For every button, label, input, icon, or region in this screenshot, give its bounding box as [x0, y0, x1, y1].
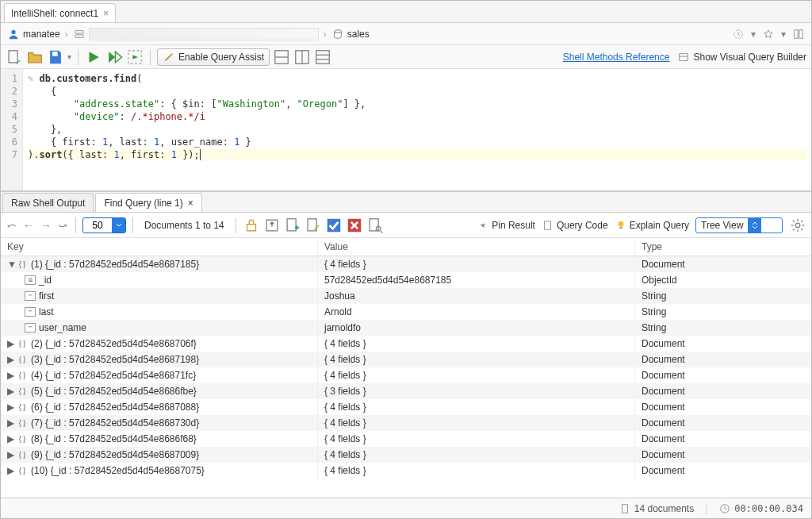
tree-field-row[interactable]: "" lastArnoldString	[1, 304, 811, 320]
row-type: Document	[635, 430, 811, 448]
triangle-right-icon[interactable]: ▶	[7, 354, 15, 365]
tab-find-label: Find Query (line 1)	[104, 198, 182, 209]
page-size-input[interactable]	[83, 220, 112, 231]
tree-doc-row[interactable]: ▶{ }(8) {_id : 57d28452ed5d4d54e8686f68}…	[1, 431, 811, 447]
tree-doc-row[interactable]: ▶{ }(7) {_id : 57d28452ed5d4d54e868730d}…	[1, 415, 811, 431]
enable-query-assist-button[interactable]: Enable Query Assist	[157, 48, 270, 66]
layout-1-icon[interactable]	[273, 48, 290, 66]
row-key: (4) {_id : 57d28452ed5d4d54e86871fc}	[31, 370, 196, 381]
add-doc-icon[interactable]	[284, 217, 301, 234]
save-icon[interactable]	[47, 48, 64, 66]
object-icon: { }	[17, 466, 28, 475]
svg-rect-24	[327, 218, 340, 232]
tab-raw-output[interactable]: Raw Shell Output	[2, 193, 94, 212]
triangle-right-icon[interactable]: ▶	[7, 386, 15, 397]
pin-result-button[interactable]: Pin Result	[477, 219, 535, 232]
row-type: Document	[635, 367, 811, 384]
breadcrumb-connection[interactable]	[89, 28, 319, 40]
lock-icon[interactable]	[243, 217, 260, 234]
tree-doc-row[interactable]: ▶{ }(2) {_id : 57d28452ed5d4d54e868706f}…	[1, 336, 811, 352]
triangle-down-icon[interactable]: ▼	[7, 259, 15, 270]
tree-field-row[interactable]: ⧉ _id57d28452ed5d4d54e8687185ObjectId	[1, 272, 811, 288]
row-key: _id	[39, 275, 52, 286]
prev-page-icon[interactable]: ←	[21, 219, 36, 232]
close-icon[interactable]: ×	[103, 8, 109, 19]
document-icon	[619, 502, 631, 515]
col-header-value[interactable]: Value	[318, 238, 635, 256]
chevron-down-icon[interactable]	[112, 218, 125, 233]
tree-field-row[interactable]: "" user_namejarnoldfoString	[1, 320, 811, 336]
tree-doc-row[interactable]: ▶{ }(5) {_id : 57d28452ed5d4d54e8686fbe}…	[1, 383, 811, 399]
triangle-right-icon[interactable]: ▶	[7, 402, 15, 413]
tree-doc-row[interactable]: ▼{ }(1) {_id : 57d28452ed5d4d54e8687185}…	[1, 256, 811, 272]
first-page-icon[interactable]: ⤺	[6, 219, 18, 232]
tree-doc-row[interactable]: ▶{ }(6) {_id : 57d28452ed5d4d54e8687088}…	[1, 399, 811, 415]
check-icon[interactable]	[325, 217, 343, 234]
export-icon[interactable]	[263, 217, 281, 234]
row-value: { 4 fields }	[318, 430, 635, 448]
triangle-right-icon[interactable]: ▶	[7, 433, 15, 444]
row-value: { 4 fields }	[318, 462, 635, 479]
results-tree[interactable]: ▼{ }(1) {_id : 57d28452ed5d4d54e8687185}…	[1, 256, 811, 498]
star-icon[interactable]	[762, 28, 775, 40]
row-value: { 4 fields }	[318, 398, 635, 416]
delete-icon[interactable]	[346, 217, 363, 234]
run-debug-icon[interactable]	[126, 48, 144, 66]
triangle-right-icon[interactable]: ▶	[7, 465, 15, 476]
triangle-right-icon[interactable]: ▶	[7, 338, 15, 349]
explain-query-button[interactable]: Explain Query	[615, 219, 689, 232]
svg-rect-26	[370, 218, 378, 230]
code-editor[interactable]: 1 2 3 4 5 6 7 ✎ db.customers.find( { "ad…	[1, 69, 811, 192]
search-doc-icon[interactable]	[366, 217, 384, 234]
next-page-icon[interactable]: →	[39, 219, 53, 232]
bulb-icon	[615, 219, 627, 232]
layout-3-icon[interactable]	[314, 48, 331, 66]
editor-tab[interactable]: IntelliShell: connect1 ×	[4, 3, 116, 22]
dropdown-icon[interactable]: ▾	[751, 29, 756, 40]
editor-toolbar: ▾ Enable Query Assist Shell Methods Refe…	[1, 45, 811, 69]
layout-2-icon[interactable]	[293, 48, 311, 66]
row-value: { 4 fields }	[318, 446, 635, 463]
col-header-key[interactable]: Key	[1, 238, 318, 256]
query-code-button[interactable]: Query Code	[542, 219, 608, 232]
close-icon[interactable]: ×	[188, 198, 193, 209]
split-icon[interactable]	[792, 28, 805, 40]
last-page-icon[interactable]: ⤻	[56, 219, 69, 232]
row-type: Document	[635, 335, 811, 352]
open-folder-icon[interactable]	[26, 48, 44, 66]
triangle-right-icon[interactable]: ▶	[7, 370, 15, 381]
triangle-right-icon[interactable]: ▶	[7, 417, 15, 429]
triangle-right-icon[interactable]: ▶	[7, 449, 15, 460]
divider	[78, 49, 79, 65]
object-icon: { }	[17, 386, 28, 396]
row-key: (10) {_id : 57d28452ed5d4d54e8687075}	[31, 465, 205, 476]
run-selection-icon[interactable]	[105, 48, 123, 66]
row-key: last	[39, 306, 54, 317]
shell-methods-reference-link[interactable]: Shell Methods Reference	[563, 52, 670, 63]
visual-query-builder-button[interactable]: Show Visual Query Builder	[677, 51, 806, 63]
pin-result-label: Pin Result	[492, 220, 535, 231]
run-icon[interactable]	[85, 48, 102, 66]
row-type: Document	[635, 414, 811, 432]
page-size-select[interactable]	[82, 217, 126, 233]
dropdown-icon[interactable]: ▾	[67, 52, 71, 61]
tab-find-query[interactable]: Find Query (line 1) ×	[95, 193, 201, 212]
history-icon[interactable]	[732, 28, 745, 40]
new-file-icon[interactable]	[6, 48, 23, 66]
code-content[interactable]: ✎ db.customers.find( { "address.state": …	[23, 69, 811, 190]
tree-doc-row[interactable]: ▶{ }(10) {_id : 57d28452ed5d4d54e8687075…	[1, 463, 811, 479]
breadcrumb-user[interactable]: manatee	[23, 29, 60, 40]
col-header-type[interactable]: Type	[635, 238, 811, 256]
row-value: Arnold	[318, 303, 635, 321]
edit-doc-icon[interactable]	[304, 217, 322, 234]
dropdown-icon[interactable]: ▾	[781, 29, 786, 40]
svg-point-31	[795, 223, 800, 228]
divider	[236, 217, 236, 233]
view-mode-select[interactable]: Tree View	[695, 217, 783, 233]
tree-doc-row[interactable]: ▶{ }(9) {_id : 57d28452ed5d4d54e8687009}…	[1, 447, 811, 463]
tree-field-row[interactable]: "" firstJoshuaString	[1, 288, 811, 304]
gear-icon[interactable]	[789, 217, 806, 234]
breadcrumb-db[interactable]: sales	[347, 29, 370, 40]
tree-doc-row[interactable]: ▶{ }(3) {_id : 57d28452ed5d4d54e8687198}…	[1, 352, 811, 367]
tree-doc-row[interactable]: ▶{ }(4) {_id : 57d28452ed5d4d54e86871fc}…	[1, 367, 811, 383]
